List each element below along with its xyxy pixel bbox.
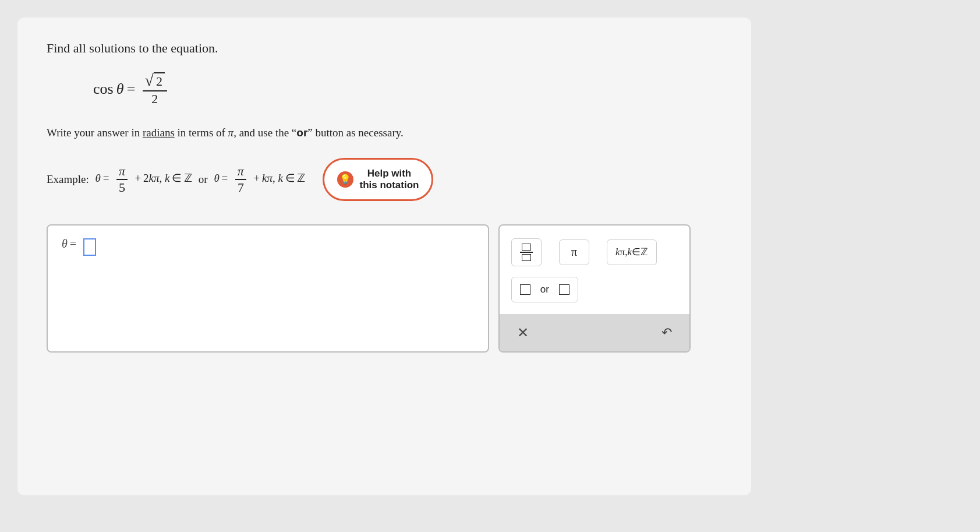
instructions: Write your answer in radians in terms of… [47,124,722,142]
sqrt-content: 2 [154,72,165,90]
keypad: π kπ,k∈ℤ or ✕ [498,224,691,353]
or-box-right [559,284,569,295]
ex-frac2-num: π [235,164,246,180]
undo-key[interactable]: ↶ [656,323,678,343]
equation-denominator: 2 [149,91,160,107]
main-card: Find all solutions to the equation. cos … [17,17,751,495]
fraction-icon [520,244,533,261]
ex-frac2-den: 7 [235,180,246,195]
or-emphasis: or [296,126,307,139]
example-or-text: or [196,173,210,186]
ex-frac1-den: 5 [116,180,128,195]
answer-section: θ = π [47,224,722,353]
delete-key[interactable]: ✕ [511,322,535,343]
pi-key[interactable]: π [559,239,589,265]
keypad-row-2: or [511,277,678,302]
fraction-key[interactable] [511,238,542,266]
kpi-label: kπ,k∈ℤ [615,246,648,258]
equation-display: cos θ = √ 2 2 [93,72,722,107]
sqrt-wrapper: √ 2 [145,72,165,90]
answer-input-box[interactable]: θ = [47,224,489,353]
problem-title: Find all solutions to the equation. [47,41,722,56]
equation-lhs: cos θ = [93,80,136,98]
ex-frac1-num: π [116,164,128,180]
example-expr2: θ = π 7 + kπ, k ∈ ℤ [214,164,305,195]
example-frac1: π 5 [116,164,128,195]
equation-fraction: √ 2 2 [143,72,167,107]
equation-block: cos θ = √ 2 2 [93,72,722,107]
delete-icon: ✕ [517,325,529,340]
example-text: Example: θ = π 5 + 2kπ, k ∈ ℤ or θ = π 7… [47,164,305,195]
or-box-left [520,284,530,295]
equation-numerator: √ 2 [143,72,167,91]
sqrt-symbol: √ [145,72,154,89]
undo-icon: ↶ [661,325,672,340]
example-expr1: θ = π 5 + 2kπ, k ∈ ℤ [95,164,193,195]
help-button-label: Help withthis notation [359,168,419,191]
theta-equals-label: θ = [62,237,79,251]
or-text: or [537,284,552,295]
keypad-bottom: ✕ ↶ [500,314,689,351]
bulb-icon: 💡 [337,171,353,188]
or-key[interactable]: or [511,277,578,302]
pi-label: π [571,245,577,259]
answer-cursor [83,238,96,256]
keypad-row-1: π kπ,k∈ℤ [511,238,678,266]
kpi-key[interactable]: kπ,k∈ℤ [607,239,657,265]
example-label: Example: [47,173,92,186]
radians-underline: radians [143,126,175,139]
keypad-top: π kπ,k∈ℤ or [500,226,689,314]
example-frac2: π 7 [235,164,246,195]
help-notation-button[interactable]: 💡 Help withthis notation [323,158,433,201]
example-row: Example: θ = π 5 + 2kπ, k ∈ ℤ or θ = π 7… [47,158,722,201]
